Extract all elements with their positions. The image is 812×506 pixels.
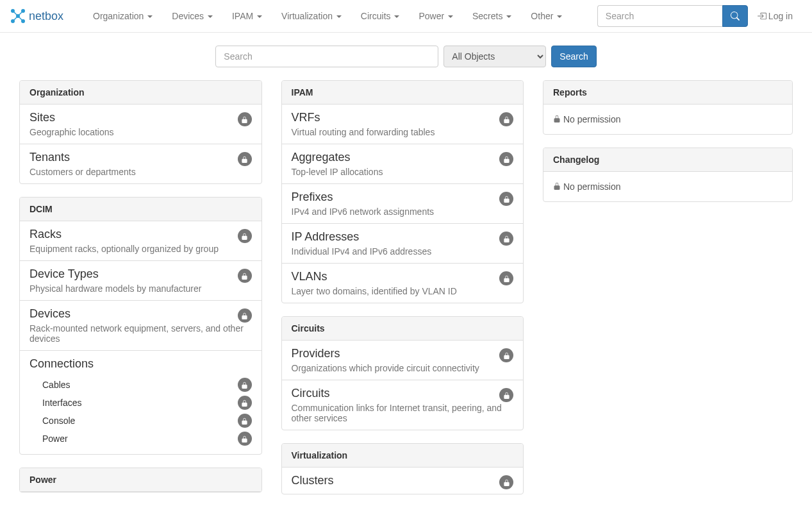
panel-heading: Organization [20, 81, 261, 105]
caret-icon [448, 15, 453, 18]
list-item[interactable]: Tenants Customers or departments [20, 144, 261, 183]
lock-icon [499, 388, 513, 402]
panel-heading: DCIM [20, 198, 261, 221]
lock-icon [499, 152, 513, 166]
panel-heading: Power [20, 468, 261, 492]
svg-line-5 [13, 11, 18, 16]
item-title: Clusters [292, 474, 514, 487]
lock-icon [238, 414, 252, 428]
caret-icon [506, 15, 511, 18]
item-desc: Organizations which provide circuit conn… [292, 363, 514, 373]
nav-secrets[interactable]: Secrets [463, 0, 521, 32]
item-desc: Physical hardware models by manufacturer [29, 283, 252, 294]
object-type-select[interactable]: All Objects [443, 46, 546, 67]
caret-icon [257, 15, 262, 18]
svg-line-7 [13, 16, 18, 21]
nav-power[interactable]: Power [409, 0, 463, 32]
list-item[interactable]: Sites Geographic locations [20, 105, 261, 144]
no-permission-text: No permission [563, 114, 620, 124]
main-search-button[interactable]: Search [551, 46, 596, 67]
item-title: Device Types [29, 267, 252, 281]
right-column: Reports No permission Changelog No permi… [543, 80, 793, 215]
nav-other[interactable]: Other [521, 0, 572, 32]
sublist-item[interactable]: Interfaces [42, 394, 252, 412]
main-search-input[interactable] [215, 46, 438, 67]
sublist-item[interactable]: Power [42, 430, 252, 448]
subitem-label: Console [42, 416, 75, 426]
login-label: Log in [768, 11, 793, 21]
list-item[interactable]: Aggregates Top-level IP allocations [282, 144, 524, 183]
list-item[interactable]: Racks Equipment racks, optionally organi… [20, 221, 261, 260]
svg-text:netbox: netbox [29, 10, 63, 22]
panel-dcim: DCIM Racks Equipment racks, optionally o… [19, 197, 262, 455]
item-desc: Layer two domains, identified by VLAN ID [292, 286, 514, 296]
no-permission-text: No permission [563, 181, 620, 192]
subitem-label: Interfaces [42, 398, 81, 408]
caret-icon [394, 15, 399, 18]
item-desc: Equipment racks, optionally organized by… [29, 244, 252, 254]
panel-heading: Circuits [282, 317, 524, 341]
left-column: Organization Sites Geographic locations … [19, 80, 262, 505]
panel-ipam: IPAM VRFs Virtual routing and forwarding… [281, 80, 524, 303]
nav-organization[interactable]: Organization [83, 0, 162, 32]
item-desc: Customers or departments [29, 167, 252, 177]
lock-icon [499, 112, 513, 126]
lock-icon [499, 348, 513, 362]
nav-search-button[interactable] [722, 5, 748, 27]
lock-icon [238, 229, 252, 243]
lock-icon [238, 152, 252, 166]
item-desc: Individual IPv4 and IPv6 addresses [292, 246, 514, 257]
nav-virtualization[interactable]: Virtualization [272, 0, 351, 32]
item-title: Prefixes [292, 190, 514, 204]
list-item[interactable]: Prefixes IPv4 and IPv6 network assignmen… [282, 183, 524, 223]
caret-icon [557, 15, 562, 18]
caret-icon [147, 15, 153, 18]
list-item[interactable]: Devices Rack-mounted network equipment, … [20, 300, 261, 350]
panel-heading: Virtualization [282, 444, 524, 468]
list-item[interactable]: VLANs Layer two domains, identified by V… [282, 263, 524, 303]
item-title: VRFs [292, 111, 514, 124]
sublist-item[interactable]: Cables [42, 376, 252, 394]
search-icon [731, 12, 740, 21]
panel-virtualization: Virtualization Clusters [281, 443, 524, 494]
panel-body: No permission [543, 172, 792, 201]
brand-logo[interactable]: netbox [10, 0, 83, 32]
item-desc: Rack-mounted network equipment, servers,… [29, 323, 252, 344]
nav-ipam[interactable]: IPAM [222, 0, 272, 32]
middle-column: IPAM VRFs Virtual routing and forwarding… [281, 80, 524, 494]
item-title: Racks [29, 228, 252, 241]
lock-icon [499, 232, 513, 246]
list-item: Connections Cables Interfaces [20, 350, 261, 454]
panel-organization: Organization Sites Geographic locations … [19, 80, 262, 184]
item-desc: Communication links for Internet transit… [292, 403, 514, 423]
subitem-label: Power [42, 434, 68, 444]
nav-devices[interactable]: Devices [162, 0, 222, 32]
sublist-item[interactable]: Console [42, 412, 252, 430]
item-desc: Virtual routing and forwarding tables [292, 127, 514, 137]
navbar: netbox Organization Devices IPAM Virtual… [0, 0, 812, 33]
list-item[interactable]: VRFs Virtual routing and forwarding tabl… [282, 105, 524, 144]
item-title: Devices [29, 307, 252, 321]
nav-circuits[interactable]: Circuits [351, 0, 410, 32]
list-item[interactable]: Device Types Physical hardware models by… [20, 260, 261, 300]
lock-icon [238, 112, 252, 126]
panel-power: Power [19, 468, 262, 493]
lock-icon [499, 271, 513, 285]
nav-search-input[interactable] [597, 5, 722, 27]
lock-icon [499, 475, 513, 489]
login-link[interactable]: Log in [748, 1, 802, 31]
item-title: Sites [29, 111, 252, 124]
list-item[interactable]: Providers Organizations which provide ci… [282, 341, 524, 380]
caret-icon [336, 15, 342, 18]
subitem-label: Cables [42, 380, 70, 390]
login-icon [758, 12, 766, 21]
lock-icon [553, 114, 561, 124]
item-desc: Geographic locations [29, 127, 252, 137]
list-item[interactable]: Circuits Communication links for Interne… [282, 380, 524, 430]
dashboard-columns: Organization Sites Geographic locations … [19, 80, 793, 505]
list-item[interactable]: IP Addresses Individual IPv4 and IPv6 ad… [282, 223, 524, 263]
panel-heading: IPAM [282, 81, 524, 105]
lock-icon [238, 308, 252, 323]
list-item[interactable]: Clusters [282, 468, 524, 494]
lock-icon [499, 192, 513, 206]
